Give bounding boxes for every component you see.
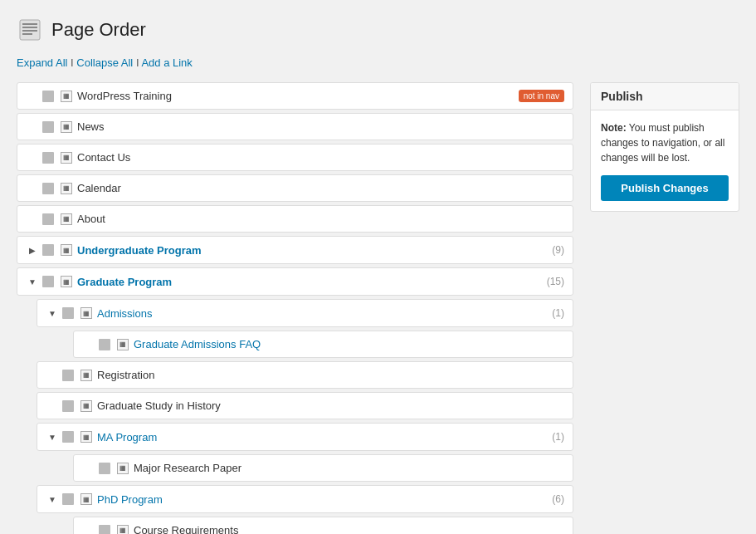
expand-all-link[interactable]: Expand All: [17, 56, 67, 69]
drag-handle[interactable]: [99, 525, 110, 535]
svg-rect-1: [22, 23, 37, 25]
nav-item-admissions[interactable]: ▼ ▦ Admissions (1): [37, 299, 573, 327]
not-in-nav-badge: not in nav: [519, 90, 564, 102]
page-icon-small: ▦: [80, 400, 92, 412]
item-label: WordPress Training: [77, 90, 512, 102]
nav-item-grad-study-history[interactable]: ▦ Graduate Study in History: [37, 392, 573, 419]
item-label: Registration: [97, 369, 564, 381]
page-icon-small: ▦: [61, 276, 72, 287]
item-label: News: [77, 120, 564, 133]
page-icon-small: ▦: [61, 183, 72, 194]
nav-item-phd-program[interactable]: ▼ ▦ PhD Program (6): [37, 485, 573, 513]
svg-rect-2: [22, 27, 37, 28]
page-header: Page Order: [17, 17, 739, 43]
nav-item-contact-us[interactable]: ▦ Contact Us: [17, 144, 573, 171]
page-icon-small: ▦: [80, 370, 92, 381]
nav-item-undergraduate[interactable]: ▶ ▦ Undergraduate Program (9): [17, 236, 573, 264]
toggle-arrow-down[interactable]: ▼: [46, 306, 59, 320]
nav-item-wordpress-training[interactable]: ▦ WordPress Training not in nav: [17, 82, 573, 110]
item-label: PhD Program: [97, 493, 549, 506]
item-label: Major Research Paper: [134, 462, 564, 474]
drag-handle[interactable]: [62, 307, 74, 319]
page-icon-small: ▦: [61, 91, 72, 102]
drag-handle[interactable]: [42, 152, 54, 164]
item-label: Graduate Admissions FAQ: [134, 338, 564, 350]
add-link-link[interactable]: Add a Link: [141, 56, 192, 69]
publish-note-bold: Note:: [601, 122, 627, 134]
nav-item-about[interactable]: ▦ About: [17, 205, 573, 233]
sidebar: Publish Note: You must publish changes t…: [590, 82, 739, 212]
separator-1: I: [71, 56, 74, 69]
publish-note: Note: You must publish changes to naviga…: [601, 120, 729, 165]
page-icon-small: ▦: [80, 431, 92, 443]
drag-handle[interactable]: [62, 400, 74, 412]
item-label: Course Requirements: [134, 524, 564, 534]
item-label: Graduate Program: [77, 276, 544, 288]
toggle-arrow-down[interactable]: ▼: [26, 275, 39, 288]
item-label: MA Program: [97, 431, 549, 443]
nav-item-grad-admissions-faq[interactable]: ▦ Graduate Admissions FAQ: [73, 331, 573, 358]
publish-box: Publish Note: You must publish changes t…: [590, 82, 739, 212]
drag-handle[interactable]: [42, 213, 54, 225]
nav-item-graduate-program[interactable]: ▼ ▦ Graduate Program (15): [17, 267, 573, 296]
drag-handle[interactable]: [99, 463, 110, 474]
separator-2: I: [136, 56, 139, 69]
page-icon-small: ▦: [80, 307, 92, 319]
drag-handle[interactable]: [42, 276, 54, 287]
drag-handle[interactable]: [42, 91, 54, 102]
item-label: Contact Us: [77, 151, 564, 164]
page-icon-small: ▦: [61, 152, 72, 164]
top-actions: Expand All I Collapse All I Add a Link: [17, 56, 739, 69]
count-badge: (1): [552, 431, 564, 443]
drag-handle[interactable]: [42, 183, 54, 194]
item-label: Undergraduate Program: [77, 244, 549, 257]
page-icon-small: ▦: [80, 493, 92, 505]
page-icon-small: ▦: [61, 121, 72, 133]
toggle-arrow-down[interactable]: ▼: [46, 430, 59, 443]
publish-box-body: Note: You must publish changes to naviga…: [591, 110, 739, 211]
nav-item-ma-program[interactable]: ▼ ▦ MA Program (1): [37, 423, 573, 451]
drag-handle[interactable]: [62, 431, 74, 443]
page-icon-small: ▦: [61, 244, 72, 256]
drag-handle[interactable]: [62, 493, 74, 505]
count-badge: (1): [552, 307, 564, 319]
drag-handle[interactable]: [99, 339, 110, 350]
page-icon-small: ▦: [117, 525, 129, 535]
publish-title: Publish: [601, 90, 643, 103]
nav-item-major-research-paper[interactable]: ▦ Major Research Paper: [73, 454, 573, 482]
page-icon-small: ▦: [117, 463, 129, 474]
publish-box-header: Publish: [591, 83, 739, 110]
item-label: About: [77, 213, 564, 225]
item-label: Admissions: [97, 307, 549, 320]
svg-rect-4: [22, 33, 32, 35]
main-layout: ▦ WordPress Training not in nav ▦ News ▦…: [17, 82, 739, 534]
page-icon-small: ▦: [61, 213, 72, 225]
drag-handle[interactable]: [42, 121, 54, 133]
count-badge: (9): [552, 244, 564, 256]
collapse-all-link[interactable]: Collapse All: [76, 56, 133, 69]
toggle-arrow-down[interactable]: ▼: [46, 492, 59, 506]
page-title: Page Order: [51, 19, 146, 41]
drag-handle[interactable]: [62, 370, 74, 381]
item-label: Graduate Study in History: [97, 399, 564, 412]
count-badge: (6): [552, 493, 564, 505]
nav-item-registration[interactable]: ▦ Registration: [37, 361, 573, 389]
nav-item-news[interactable]: ▦ News: [17, 113, 573, 140]
nav-item-course-requirements[interactable]: ▦ Course Requirements: [73, 517, 573, 534]
nav-item-calendar[interactable]: ▦ Calendar: [17, 174, 573, 202]
item-label: Calendar: [77, 182, 564, 194]
svg-rect-3: [22, 30, 37, 32]
drag-handle[interactable]: [42, 244, 54, 256]
page-order-icon: [17, 17, 43, 43]
nav-list: ▦ WordPress Training not in nav ▦ News ▦…: [17, 82, 573, 534]
count-badge: (15): [547, 276, 564, 287]
publish-changes-button[interactable]: Publish Changes: [601, 175, 729, 201]
toggle-arrow-right[interactable]: ▶: [26, 243, 39, 257]
page-icon-small: ▦: [117, 339, 129, 350]
